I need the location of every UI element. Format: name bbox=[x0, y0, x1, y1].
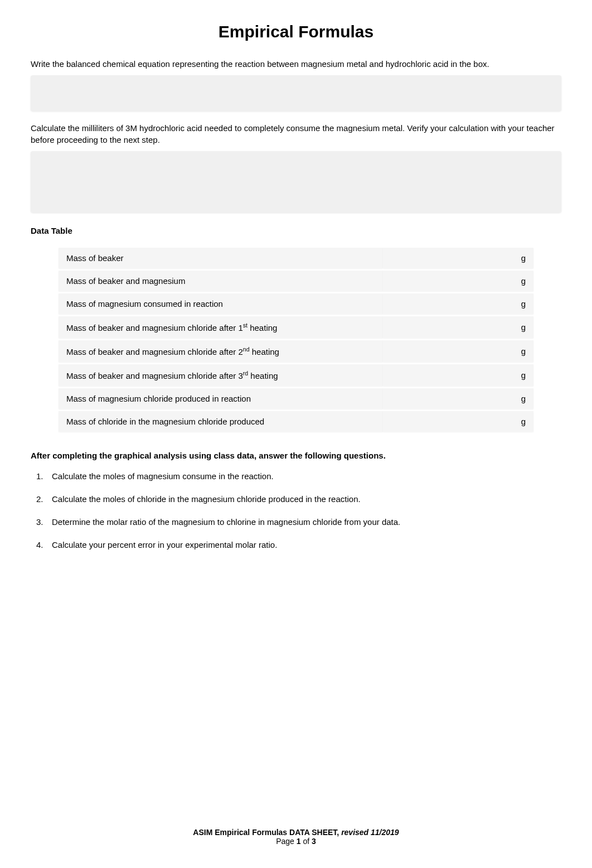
question-text: Calculate your percent error in your exp… bbox=[52, 540, 277, 549]
table-label-cell: Mass of beaker and magnesium chloride af… bbox=[59, 364, 383, 386]
table-row: Mass of magnesium consumed in reactiong bbox=[59, 293, 533, 314]
answer-box-calculation[interactable] bbox=[31, 151, 561, 213]
question-number: 2. bbox=[36, 493, 43, 505]
table-value-cell[interactable]: g bbox=[383, 340, 533, 362]
list-item: 4.Calculate your percent error in your e… bbox=[52, 539, 561, 551]
table-row: Mass of beaker and magnesium chloride af… bbox=[59, 316, 533, 338]
question-text: Determine the molar ratio of the magnesi… bbox=[52, 517, 400, 527]
table-label-cell: Mass of magnesium chloride produced in r… bbox=[59, 388, 383, 409]
table-value-cell[interactable]: g bbox=[383, 316, 533, 338]
table-label-cell: Mass of chloride in the magnesium chlori… bbox=[59, 411, 383, 432]
table-row: Mass of beaker and magnesium chloride af… bbox=[59, 340, 533, 362]
table-row: Mass of beaker and magnesiumg bbox=[59, 271, 533, 291]
footer-page-pre: Page bbox=[276, 837, 297, 846]
question-number: 4. bbox=[36, 539, 43, 551]
table-label-cell: Mass of beaker bbox=[59, 248, 383, 268]
questions-intro: After completing the graphical analysis … bbox=[31, 451, 561, 460]
instruction-paragraph-1: Write the balanced chemical equation rep… bbox=[31, 58, 561, 70]
table-row: Mass of beaker and magnesium chloride af… bbox=[59, 364, 533, 386]
table-label-cell: Mass of magnesium consumed in reaction bbox=[59, 293, 383, 314]
list-item: 3.Determine the molar ratio of the magne… bbox=[52, 516, 561, 528]
table-label-cell: Mass of beaker and magnesium bbox=[59, 271, 383, 291]
table-value-cell[interactable]: g bbox=[383, 388, 533, 409]
list-item: 2.Calculate the moles of chloride in the… bbox=[52, 493, 561, 505]
instruction-paragraph-2: Calculate the milliliters of 3M hydrochl… bbox=[31, 122, 561, 146]
question-text: Calculate the moles of chloride in the m… bbox=[52, 494, 361, 504]
question-number: 3. bbox=[36, 516, 43, 528]
data-table: Mass of beakergMass of beaker and magnes… bbox=[59, 245, 533, 434]
page-title: Empirical Formulas bbox=[31, 22, 561, 41]
questions-list: 1.Calculate the moles of magnesium consu… bbox=[31, 470, 561, 551]
table-value-cell[interactable]: g bbox=[383, 364, 533, 386]
data-table-heading: Data Table bbox=[31, 226, 561, 235]
table-value-cell[interactable]: g bbox=[383, 271, 533, 291]
table-row: Mass of magnesium chloride produced in r… bbox=[59, 388, 533, 409]
page-footer: ASIM Empirical Formulas DATA SHEET, revi… bbox=[0, 828, 592, 846]
table-row: Mass of chloride in the magnesium chlori… bbox=[59, 411, 533, 432]
table-value-cell[interactable]: g bbox=[383, 293, 533, 314]
footer-page-total: 3 bbox=[312, 837, 316, 846]
table-value-cell[interactable]: g bbox=[383, 248, 533, 268]
table-label-cell: Mass of beaker and magnesium chloride af… bbox=[59, 340, 383, 362]
question-number: 1. bbox=[36, 470, 43, 482]
table-row: Mass of beakerg bbox=[59, 248, 533, 268]
answer-box-equation[interactable] bbox=[31, 75, 561, 111]
table-label-cell: Mass of beaker and magnesium chloride af… bbox=[59, 316, 383, 338]
footer-page-current: 1 bbox=[297, 837, 301, 846]
footer-title: ASIM Empirical Formulas DATA SHEET, bbox=[193, 828, 341, 837]
table-value-cell[interactable]: g bbox=[383, 411, 533, 432]
footer-page-mid: of bbox=[301, 837, 312, 846]
question-text: Calculate the moles of magnesium consume… bbox=[52, 471, 274, 481]
list-item: 1.Calculate the moles of magnesium consu… bbox=[52, 470, 561, 482]
footer-revised: revised 11/2019 bbox=[341, 828, 399, 837]
